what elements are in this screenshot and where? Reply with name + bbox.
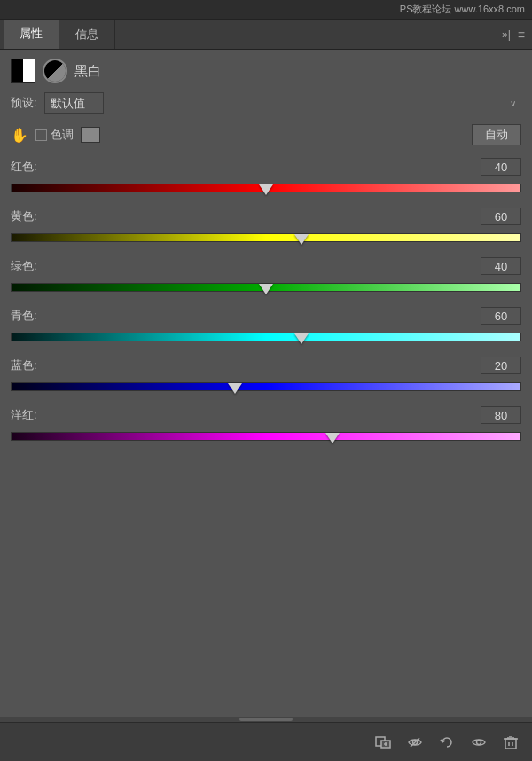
slider-thumb-1[interactable] xyxy=(294,234,309,245)
sliders-container: 红色:黄色:绿色:青色:蓝色:洋红: xyxy=(11,158,521,445)
color-label-row-4: 蓝色: xyxy=(11,357,521,374)
color-label-row-2: 绿色: xyxy=(11,257,521,275)
svg-rect-7 xyxy=(505,739,516,749)
color-label-2: 绿色: xyxy=(11,258,37,274)
color-label-row-5: 洋红: xyxy=(11,406,521,424)
slider-thumb-4[interactable] xyxy=(228,383,242,394)
slider-wrap-4[interactable] xyxy=(11,378,521,396)
tab-properties[interactable]: 属性 xyxy=(4,20,59,49)
tint-checkbox-label[interactable]: 色调 xyxy=(35,127,74,143)
layer-icon-row: 黑白 xyxy=(11,59,521,83)
slider-wrap-3[interactable] xyxy=(11,328,521,346)
watermark-text: PS教程论坛 www.16xx8.com xyxy=(400,3,525,16)
slider-track-1 xyxy=(11,233,521,242)
slider-wrap-0[interactable] xyxy=(11,179,521,197)
preset-label: 预设: xyxy=(11,95,37,111)
eye-view-icon[interactable] xyxy=(468,732,489,753)
watermark-bar: PS教程论坛 www.16xx8.com xyxy=(0,0,532,20)
panel-body: 黑白 预设: 默认值 自定 ✋ 色调 自动 红色:黄色:绿色:青色:蓝色:洋红: xyxy=(0,50,532,509)
tint-checkbox[interactable] xyxy=(35,129,47,141)
color-value-input-5[interactable] xyxy=(481,406,521,424)
expand-icon[interactable]: »| xyxy=(502,28,511,41)
color-value-input-4[interactable] xyxy=(481,357,521,374)
auto-button[interactable]: 自动 xyxy=(472,124,521,145)
color-label-row-3: 青色: xyxy=(11,307,521,325)
adjustment-circle-icon xyxy=(43,59,67,83)
bottom-toolbar xyxy=(0,722,532,761)
bw-square-icon xyxy=(11,59,35,83)
visibility-toggle-icon[interactable] xyxy=(404,732,426,753)
color-label-4: 蓝色: xyxy=(11,357,37,373)
color-label-1: 黄色: xyxy=(11,208,37,224)
color-section-2: 绿色: xyxy=(11,257,521,296)
color-section-5: 洋红: xyxy=(11,406,521,445)
tint-row: ✋ 色调 自动 xyxy=(11,124,521,145)
slider-thumb-5[interactable] xyxy=(325,433,340,443)
color-label-5: 洋红: xyxy=(11,407,37,423)
slider-track-3 xyxy=(11,333,521,341)
color-label-0: 红色: xyxy=(11,159,37,175)
slider-wrap-2[interactable] xyxy=(11,279,521,296)
color-value-input-2[interactable] xyxy=(481,257,521,275)
panel-title: 黑白 xyxy=(74,63,101,80)
color-value-input-1[interactable] xyxy=(481,208,521,225)
slider-track-4 xyxy=(11,382,521,391)
reset-icon[interactable] xyxy=(436,732,458,753)
tint-color-swatch[interactable] xyxy=(81,127,100,143)
slider-wrap-1[interactable] xyxy=(11,229,521,247)
preset-select[interactable]: 默认值 自定 xyxy=(44,92,104,114)
menu-icon[interactable]: ≡ xyxy=(518,27,525,42)
slider-thumb-2[interactable] xyxy=(259,284,273,294)
color-section-0: 红色: xyxy=(11,158,521,197)
tab-actions: »| ≡ xyxy=(502,27,525,42)
color-section-4: 蓝色: xyxy=(11,357,521,396)
hand-tool-icon[interactable]: ✋ xyxy=(11,127,28,144)
color-section-3: 青色: xyxy=(11,307,521,346)
preset-row: 预设: 默认值 自定 xyxy=(11,92,521,114)
color-label-row-0: 红色: xyxy=(11,158,521,176)
color-value-input-0[interactable] xyxy=(481,158,521,176)
slider-thumb-3[interactable] xyxy=(294,333,309,344)
color-section-1: 黄色: xyxy=(11,208,521,247)
tab-bar: 属性 信息 »| ≡ xyxy=(0,20,532,50)
slider-thumb-0[interactable] xyxy=(259,184,273,195)
slider-track-5 xyxy=(11,432,521,441)
tab-info[interactable]: 信息 xyxy=(59,20,115,49)
color-label-row-1: 黄色: xyxy=(11,208,521,225)
tint-label: 色调 xyxy=(51,127,74,143)
delete-icon[interactable] xyxy=(500,732,521,753)
scroll-bar[interactable] xyxy=(239,718,293,721)
preset-select-wrap: 默认值 自定 xyxy=(44,92,521,114)
color-label-3: 青色: xyxy=(11,308,37,324)
svg-point-6 xyxy=(477,740,481,744)
color-value-input-3[interactable] xyxy=(481,307,521,325)
add-mask-icon[interactable] xyxy=(372,732,394,753)
slider-wrap-5[interactable] xyxy=(11,428,521,445)
